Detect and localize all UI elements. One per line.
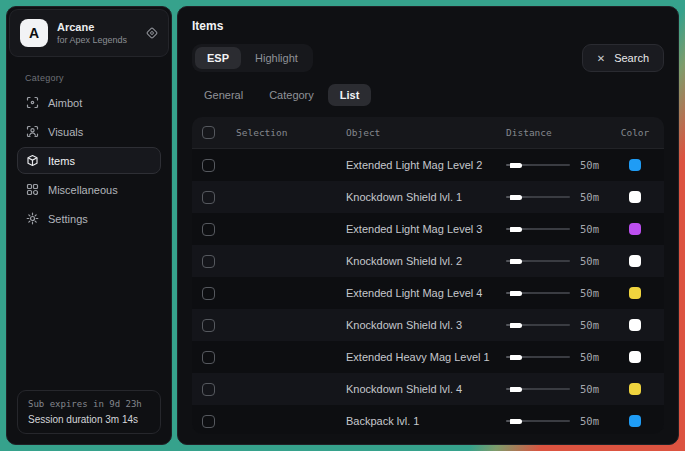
color-swatch[interactable] xyxy=(629,223,641,235)
slider-thumb[interactable] xyxy=(510,419,522,424)
color-swatch[interactable] xyxy=(629,191,641,203)
table-row: Backpack lvl. 1 50m xyxy=(192,405,664,434)
object-name: Extended Heavy Mag Level 1 xyxy=(346,351,506,363)
sidebar-item-label: Miscellaneous xyxy=(48,184,118,196)
gear-icon xyxy=(26,212,39,225)
sidebar-item-aimbot[interactable]: Aimbot xyxy=(17,89,161,116)
slider-thumb[interactable] xyxy=(510,227,522,232)
tab-category[interactable]: Category xyxy=(257,84,326,106)
mode-tab-group: ESP Highlight xyxy=(192,44,313,72)
distance-value: 50m xyxy=(580,351,608,363)
object-name: Extended Light Mag Level 2 xyxy=(346,159,506,171)
row-checkbox[interactable] xyxy=(202,223,215,236)
column-header-object: Object xyxy=(346,127,506,138)
table-row: Extended Light Mag Level 4 50m xyxy=(192,277,664,309)
slider-thumb[interactable] xyxy=(510,387,522,392)
distance-value: 50m xyxy=(580,191,608,203)
search-button[interactable]: ✕ Search xyxy=(582,44,664,72)
brand-name: Arcane xyxy=(57,21,137,33)
sidebar-item-label: Visuals xyxy=(48,126,83,138)
color-swatch[interactable] xyxy=(629,351,641,363)
view-tab-group: General Category List xyxy=(192,84,664,106)
sidebar-item-settings[interactable]: Settings xyxy=(17,205,161,232)
sub-expires-text: Sub expires in 9d 23h xyxy=(28,399,150,409)
table-row: Extended Heavy Mag Level 1 50m xyxy=(192,341,664,373)
sidebar-item-label: Items xyxy=(48,155,75,167)
grid-icon xyxy=(26,183,39,196)
color-swatch[interactable] xyxy=(629,319,641,331)
row-checkbox[interactable] xyxy=(202,255,215,268)
sidebar-nav: Aimbot Visuals Items Miscellaneous xyxy=(7,89,171,232)
object-name: Knockdown Shield lvl. 1 xyxy=(346,191,506,203)
sidebar-item-visuals[interactable]: Visuals xyxy=(17,118,161,145)
tab-general[interactable]: General xyxy=(192,84,255,106)
brand-logo: A xyxy=(20,19,48,47)
object-name: Extended Light Mag Level 3 xyxy=(346,223,506,235)
object-name: Knockdown Shield lvl. 3 xyxy=(346,319,506,331)
color-swatch[interactable] xyxy=(629,383,641,395)
distance-value: 50m xyxy=(580,159,608,171)
distance-value: 50m xyxy=(580,383,608,395)
color-swatch[interactable] xyxy=(629,415,641,427)
session-duration-text: Session duration 3m 14s xyxy=(28,414,150,425)
color-swatch[interactable] xyxy=(629,159,641,171)
brand-header: A Arcane for Apex Legends xyxy=(9,9,169,57)
distance-value: 50m xyxy=(580,415,608,427)
column-header-distance: Distance xyxy=(506,127,614,138)
row-checkbox[interactable] xyxy=(202,159,215,172)
object-name: Knockdown Shield lvl. 4 xyxy=(346,383,506,395)
select-all-checkbox[interactable] xyxy=(202,126,215,139)
tab-esp[interactable]: ESP xyxy=(195,47,241,69)
row-checkbox[interactable] xyxy=(202,415,215,428)
slider-thumb[interactable] xyxy=(510,195,522,200)
distance-slider[interactable] xyxy=(506,320,570,330)
table-row: Knockdown Shield lvl. 3 50m xyxy=(192,309,664,341)
table-row: Extended Light Mag Level 3 50m xyxy=(192,213,664,245)
sidebar: A Arcane for Apex Legends Category Aimbo… xyxy=(6,6,172,445)
distance-value: 50m xyxy=(580,223,608,235)
tab-list[interactable]: List xyxy=(328,84,372,106)
table-header-row: Selection Object Distance Color xyxy=(192,117,664,149)
distance-slider[interactable] xyxy=(506,256,570,266)
main-panel: Items ESP Highlight ✕ Search General Cat… xyxy=(177,6,679,445)
app-window: A Arcane for Apex Legends Category Aimbo… xyxy=(6,6,679,445)
column-header-selection: Selection xyxy=(236,127,346,138)
sidebar-item-label: Aimbot xyxy=(48,97,82,109)
table-body: Extended Light Mag Level 2 50m Knockdown… xyxy=(192,149,664,434)
row-checkbox[interactable] xyxy=(202,319,215,332)
pin-icon[interactable] xyxy=(146,27,158,39)
slider-thumb[interactable] xyxy=(510,355,522,360)
sidebar-item-label: Settings xyxy=(48,213,88,225)
distance-slider[interactable] xyxy=(506,288,570,298)
slider-thumb[interactable] xyxy=(510,291,522,296)
row-checkbox[interactable] xyxy=(202,287,215,300)
row-checkbox[interactable] xyxy=(202,383,215,396)
distance-value: 50m xyxy=(580,255,608,267)
session-info-box: Sub expires in 9d 23h Session duration 3… xyxy=(17,390,161,434)
search-button-label: Search xyxy=(614,52,649,64)
visibility-icon xyxy=(26,125,39,138)
distance-slider[interactable] xyxy=(506,352,570,362)
brand-subtitle: for Apex Legends xyxy=(57,35,137,45)
distance-slider[interactable] xyxy=(506,416,570,426)
slider-thumb[interactable] xyxy=(510,323,522,328)
sidebar-item-miscellaneous[interactable]: Miscellaneous xyxy=(17,176,161,203)
slider-thumb[interactable] xyxy=(510,259,522,264)
distance-value: 50m xyxy=(580,319,608,331)
distance-slider[interactable] xyxy=(506,384,570,394)
row-checkbox[interactable] xyxy=(202,351,215,364)
sidebar-item-items[interactable]: Items xyxy=(17,147,161,174)
table-row: Knockdown Shield lvl. 1 50m xyxy=(192,181,664,213)
color-swatch[interactable] xyxy=(629,255,641,267)
distance-slider[interactable] xyxy=(506,224,570,234)
distance-slider[interactable] xyxy=(506,192,570,202)
object-name: Extended Light Mag Level 4 xyxy=(346,287,506,299)
distance-slider[interactable] xyxy=(506,160,570,170)
color-swatch[interactable] xyxy=(629,287,641,299)
distance-value: 50m xyxy=(580,287,608,299)
slider-thumb[interactable] xyxy=(510,163,522,168)
tab-highlight[interactable]: Highlight xyxy=(243,47,310,69)
row-checkbox[interactable] xyxy=(202,191,215,204)
column-header-color: Color xyxy=(614,127,656,138)
object-name: Knockdown Shield lvl. 2 xyxy=(346,255,506,267)
